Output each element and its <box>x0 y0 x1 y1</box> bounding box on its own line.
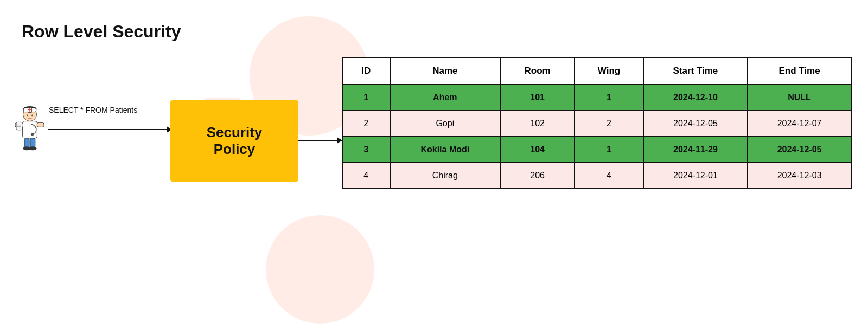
cell-end: 2024-12-05 <box>748 137 851 163</box>
col-header-id: ID <box>342 57 390 85</box>
table-row: 3Kokila Modi10412024-11-292024-12-05 <box>342 137 851 163</box>
cell-name: Kokila Modi <box>390 137 500 163</box>
cell-room: 101 <box>500 85 575 111</box>
cell-name: Gopi <box>390 111 500 137</box>
svg-point-7 <box>31 133 34 136</box>
cell-name: Ahem <box>390 85 500 111</box>
patients-table: ID Name Room Wing Start Time End Time 1A… <box>342 57 852 189</box>
cell-room: 206 <box>500 163 575 189</box>
table-row: 1Ahem10112024-12-10NULL <box>342 85 851 111</box>
security-policy-box: SecurityPolicy <box>170 100 298 182</box>
cell-id: 1 <box>342 85 390 111</box>
nurse-figure <box>11 106 49 152</box>
table-row: 2Gopi10222024-12-052024-12-07 <box>342 111 851 137</box>
col-header-end-time: End Time <box>748 57 851 85</box>
cell-wing: 1 <box>575 137 643 163</box>
patients-table-container: ID Name Room Wing Start Time End Time 1A… <box>342 57 852 189</box>
table-row: 4Chirag20642024-12-012024-12-03 <box>342 163 851 189</box>
cell-start: 2024-12-01 <box>643 163 748 189</box>
cell-end: 2024-12-03 <box>748 163 851 189</box>
svg-rect-12 <box>37 122 44 127</box>
page-title: Row Level Security <box>22 22 181 42</box>
cell-start: 2024-12-10 <box>643 85 748 111</box>
cell-start: 2024-11-29 <box>643 137 748 163</box>
cell-id: 2 <box>342 111 390 137</box>
col-header-room: Room <box>500 57 575 85</box>
arrow-line-2 <box>298 140 342 141</box>
svg-rect-9 <box>16 122 22 130</box>
svg-point-17 <box>27 115 28 117</box>
svg-point-16 <box>29 146 36 150</box>
cell-wing: 1 <box>575 85 643 111</box>
col-header-wing: Wing <box>575 57 643 85</box>
col-header-start-time: Start Time <box>643 57 748 85</box>
cell-room: 104 <box>500 137 575 163</box>
cell-wing: 4 <box>575 163 643 189</box>
security-policy-label: SecurityPolicy <box>207 124 263 158</box>
svg-point-18 <box>31 115 33 117</box>
cell-room: 102 <box>500 111 575 137</box>
cell-end: 2024-12-07 <box>748 111 851 137</box>
arrow-line-1 <box>48 129 171 130</box>
col-header-name: Name <box>390 57 500 85</box>
cell-end: NULL <box>748 85 851 111</box>
cell-name: Chirag <box>390 163 500 189</box>
cell-start: 2024-12-05 <box>643 111 748 137</box>
cell-wing: 2 <box>575 111 643 137</box>
query-label: SELECT * FROM Patients <box>49 106 137 114</box>
svg-rect-6 <box>23 121 37 138</box>
cell-id: 4 <box>342 163 390 189</box>
decorative-blob-3 <box>266 215 374 324</box>
cell-id: 3 <box>342 137 390 163</box>
